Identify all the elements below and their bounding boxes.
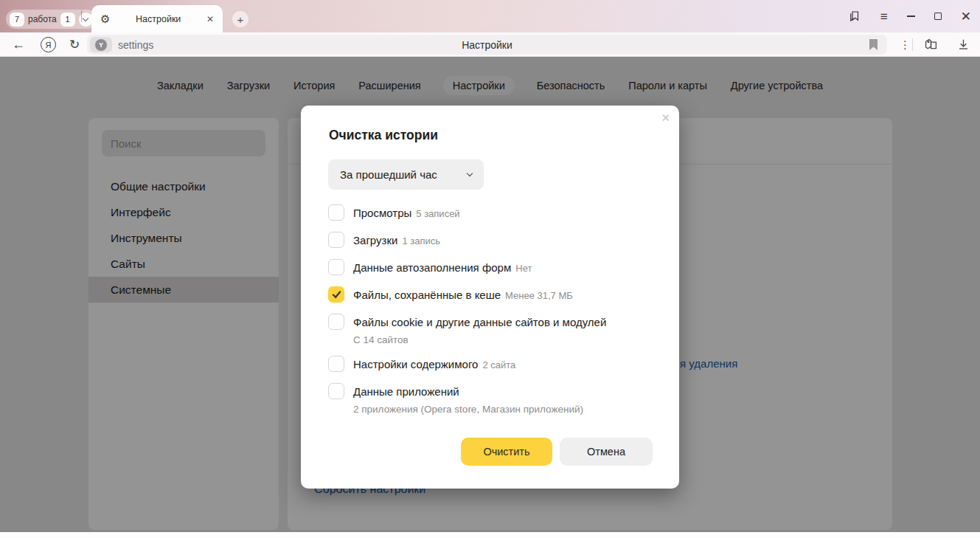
clear-button[interactable]: Очистить: [461, 438, 552, 466]
site-badge-icon: Y: [95, 39, 107, 51]
list-item: Настройки содержимого2 сайта: [328, 356, 651, 373]
dialog-checklist: Просмотры5 записей Загрузки1 запись Данн…: [328, 204, 651, 425]
item-count: Нет: [515, 263, 532, 274]
item-subtext: 2 приложения (Opera store, Магазин прило…: [353, 403, 651, 416]
chevron-down-icon: [83, 15, 88, 21]
item-label: Просмотры5 записей: [353, 204, 460, 222]
minimize-button[interactable]: [907, 15, 915, 17]
browser-window: 7 работа 1 ⚙ Настройки ✕ + ≡ ✕ ← Я: [0, 0, 980, 538]
gear-icon: ⚙: [100, 13, 110, 24]
active-tab[interactable]: ⚙ Настройки ✕: [91, 5, 223, 32]
address-bar[interactable]: Y settings Настройки: [87, 35, 887, 55]
maximize-button[interactable]: [934, 13, 942, 20]
maximize-icon: [934, 13, 942, 20]
browser-toolbar: ← Я ↻ Y settings Настройки ⋮: [0, 32, 980, 57]
checkbox-cookies[interactable]: [328, 314, 344, 330]
tab-title: Настройки: [110, 14, 206, 24]
kebab-menu-icon[interactable]: ⋮: [900, 32, 911, 57]
tab-group-pill[interactable]: 7 работа 1: [6, 10, 97, 29]
new-tab-button[interactable]: +: [232, 11, 249, 27]
cancel-button[interactable]: Отмена: [560, 438, 653, 466]
checkbox-browsing[interactable]: [328, 204, 344, 221]
dialog-close-icon[interactable]: ✕: [661, 111, 670, 125]
item-label: Загрузки1 запись: [353, 232, 440, 249]
item-label: Файлы, сохранённые в кешеМенее 31,7 МБ: [353, 286, 573, 304]
item-label: Данные автозаполнения формНет: [353, 259, 532, 277]
list-item: Данные автозаполнения формНет: [328, 259, 651, 277]
item-count: 1 запись: [402, 235, 440, 246]
yandex-home-button[interactable]: Я: [41, 32, 56, 57]
checkbox-autofill[interactable]: [328, 259, 344, 275]
collections-icon[interactable]: [923, 32, 939, 57]
toolbar-separator: [912, 38, 913, 51]
hamburger-menu-icon[interactable]: ≡: [880, 10, 888, 23]
tab-group-count-badge: 7: [10, 13, 24, 27]
bookmarks-panel-icon[interactable]: [848, 10, 861, 23]
tab-strip: 7 работа 1 ⚙ Настройки ✕ + ≡ ✕: [0, 0, 980, 32]
item-label: Файлы cookie и другие данные сайтов и мо…: [353, 314, 606, 331]
site-badge[interactable]: Y: [90, 37, 112, 52]
item-label: Данные приложений: [353, 383, 459, 400]
checkbox-downloads[interactable]: [328, 232, 344, 248]
refresh-button[interactable]: ↻: [69, 32, 80, 57]
window-close-button[interactable]: ✕: [961, 10, 971, 23]
item-count: 5 записей: [416, 208, 459, 219]
checkbox-app-data[interactable]: [328, 383, 344, 399]
chevron-down-icon: [467, 170, 473, 176]
time-range-value: За прошедший час: [340, 168, 437, 181]
item-subtext: С 14 сайтов: [353, 334, 651, 347]
tab-strip-separator: [81, 10, 82, 22]
tab-close-icon[interactable]: ✕: [206, 14, 214, 24]
tab-group-name: работа: [28, 14, 57, 24]
omnibox-page-title: Настройки: [462, 35, 512, 55]
list-item: Загрузки1 запись: [328, 232, 651, 249]
clear-history-dialog: ✕ Очистка истории За прошедший час Просм…: [301, 106, 679, 489]
tab-group-active-badge: 1: [60, 13, 75, 27]
list-item: Данные приложений: [328, 383, 651, 400]
list-item: Файлы cookie и другие данные сайтов и мо…: [328, 314, 651, 331]
item-count: Менее 31,7 МБ: [505, 290, 573, 301]
minimize-icon: [907, 15, 915, 17]
url-text: settings: [118, 35, 153, 55]
dialog-buttons: Очистить Отмена: [461, 438, 653, 466]
time-range-select[interactable]: За прошедший час: [328, 159, 484, 190]
download-icon[interactable]: [957, 32, 970, 57]
item-count: 2 сайта: [482, 359, 515, 370]
yandex-logo-icon: Я: [41, 37, 56, 52]
checkbox-content-settings[interactable]: [328, 356, 344, 372]
dialog-title: Очистка истории: [329, 128, 438, 143]
list-item: Файлы, сохранённые в кешеМенее 31,7 МБ: [328, 286, 651, 304]
list-item: Просмотры5 записей: [328, 204, 651, 222]
checkbox-cache[interactable]: [328, 286, 344, 303]
item-label: Настройки содержимого2 сайта: [353, 356, 515, 373]
back-button[interactable]: ←: [12, 32, 25, 57]
bookmark-icon[interactable]: [869, 39, 878, 50]
